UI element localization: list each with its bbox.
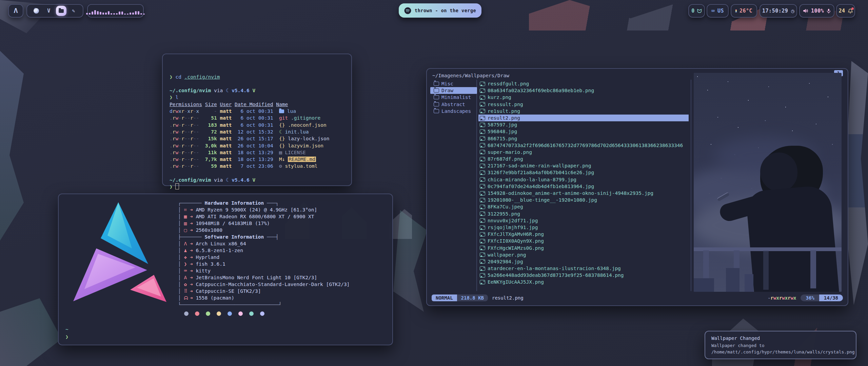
notifications-module[interactable]: 24: [836, 4, 855, 18]
viz-bar: [132, 13, 134, 15]
image-file-icon: [480, 239, 485, 243]
book-icon: ▤: [279, 150, 282, 155]
terminal-file-row[interactable]: .rw-r--r-- 183 matt 6 oct 00:31 {} .neoc…: [170, 122, 344, 128]
file-row[interactable]: 587597.jpg: [478, 121, 689, 128]
file-row[interactable]: 87r687df.png: [478, 156, 689, 162]
sidebar-item-misc[interactable]: Misc: [430, 80, 477, 87]
file-row[interactable]: 08a634fa02a32364f69ebc86a98eb1eb.png: [478, 87, 689, 94]
file-row[interactable]: 20492984.jpg: [478, 258, 689, 265]
file-row[interactable]: 154928-odinokoe_anime-art-anime-okno-sin…: [478, 190, 689, 197]
terminal-blank-line: [170, 80, 344, 87]
file-row[interactable]: kurz.png: [478, 94, 689, 101]
markdown-icon: M↓: [279, 157, 285, 162]
audio-module[interactable]: 100%: [799, 4, 834, 18]
file-row[interactable]: 8FKa7Cu.jpeg: [478, 203, 689, 210]
viz-bar: [119, 12, 121, 15]
terminal-file-row[interactable]: .rw-r--r-- 11k matt 18 oct 13:29 ▤ LICEN…: [170, 149, 344, 156]
image-file-icon: [480, 157, 485, 161]
file-row[interactable]: 3126f7e9bbf21a8a4af0b67b041c6e26.jpg: [478, 169, 689, 176]
terminal-file-row[interactable]: .rw-r--r-- 51 matt 6 oct 00:31 git .giti…: [170, 115, 344, 121]
workspace-vim[interactable]: V: [44, 6, 54, 16]
file-name: atardecer-en-la-montanas-ilustracion-634…: [488, 265, 621, 272]
file-row[interactable]: 866715.png: [478, 135, 689, 142]
file-row[interactable]: super-mario.png: [478, 149, 689, 156]
sidebar-item-abstract[interactable]: Abstract: [430, 101, 477, 108]
file-row[interactable]: chica-mirando-la-luna-8799.jpg: [478, 176, 689, 183]
kernel-icon: ♟: [184, 247, 190, 254]
viz-bar: [113, 13, 115, 15]
file-row[interactable]: 68747470733a2f2f696d616765732d7769786d70…: [478, 142, 689, 149]
workspace-brush[interactable]: ✎: [68, 6, 79, 16]
statusbar-filename: result2.png: [492, 295, 524, 301]
github-module[interactable]: 0 ᗢ: [688, 4, 705, 18]
sidebar-item-minimalist[interactable]: Minimalist: [430, 94, 477, 101]
terminal-file-row[interactable]: .rw-r--r-- 72 matt 12 oct 15:32 ☾ init.l…: [170, 128, 344, 135]
bell-icon: [848, 8, 853, 14]
workspace-firefox[interactable]: [31, 6, 42, 16]
file-name: 587597.jpg: [488, 121, 517, 128]
file-name: 0c794faf07de24a4db4d4fb1eb813964.jpg: [488, 183, 594, 190]
scroll-percent-badge: 36%: [801, 294, 819, 301]
file-row[interactable]: 5a266e448add93deab367d87173e9f25-6837886…: [478, 272, 689, 279]
terminal-window[interactable]: ❯ cd .config/nvim~/.config/nvim via ☾ v5…: [162, 54, 352, 186]
weather-module[interactable]: 26°C: [731, 4, 757, 18]
git-icon: git: [279, 115, 288, 121]
fetch-window[interactable]: ┌─────── Hardware Information ───┐│ ⌗➜ A…: [58, 194, 393, 345]
terminal-file-row[interactable]: .rw-r--r-- 59 matt 7 oct 23:06 ⚙ stylua.…: [170, 163, 344, 169]
sidebar-item-draw[interactable]: Draw: [430, 87, 477, 94]
viz-bar: [86, 13, 88, 15]
viz-bar: [124, 14, 126, 15]
notification-title: Wallpaper Changed: [711, 336, 850, 341]
file-row[interactable]: re1sult.png: [478, 108, 689, 115]
image-file-icon: [480, 280, 485, 284]
file-row[interactable]: 19201080-__blue-tinge__-1920×1080.jpg: [478, 197, 689, 203]
file-row[interactable]: wallpaper.png: [478, 251, 689, 258]
file-row[interactable]: resssult.png: [478, 101, 689, 108]
file-row[interactable]: 217167-sad-anime-rain-wallpaper.png: [478, 162, 689, 169]
sidebar-item-landscapes[interactable]: Landscapes: [430, 108, 477, 115]
folder-icon: [279, 109, 284, 113]
folder-icon: [59, 9, 64, 13]
now-playing-pill[interactable]: thrown - on the verge: [399, 3, 481, 18]
file-name: super-mario.png: [488, 149, 532, 156]
keyboard-layout-module[interactable]: ⌨ US: [707, 4, 729, 18]
railing-post: [763, 250, 769, 290]
terminal-file-row[interactable]: .rw-r--r-- 7,7k matt 18 oct 13:29 M↓ REA…: [170, 156, 344, 163]
fetch-shell-prompt: ~ ❯: [65, 326, 68, 341]
image-file-icon: [480, 170, 485, 175]
file-name: 68747470733a2f2f696d616765732d7769786d70…: [488, 142, 683, 149]
launcher-button[interactable]: Λ: [8, 4, 23, 18]
folder-open-icon: [434, 88, 439, 93]
file-row[interactable]: 3122955.png: [478, 210, 689, 217]
viz-bar: [108, 11, 110, 15]
file-row[interactable]: FXfcJlTXgAMvH6R.png: [478, 231, 689, 238]
file-row[interactable]: ressdfgult.png: [478, 80, 689, 87]
file-row[interactable]: nnvuv0xj2df71.jpg: [478, 217, 689, 224]
file-row[interactable]: rsjqojlmjhf91.jpg: [478, 224, 689, 231]
sidebar-item-label: Minimalist: [441, 94, 471, 101]
building: [726, 268, 739, 292]
file-name: 87r687df.png: [488, 156, 523, 162]
file-row[interactable]: 596848.jpg: [478, 128, 689, 135]
workspace-folder[interactable]: [56, 6, 66, 16]
notification-popup[interactable]: Wallpaper Changed Wallpaper changed to /…: [705, 331, 856, 359]
file-row[interactable]: atardecer-en-la-montanas-ilustracion-634…: [478, 265, 689, 272]
terminal-list-command-line: ❯ l: [170, 94, 344, 101]
keyboard-icon: ⌨: [711, 7, 715, 14]
file-row[interactable]: EeNKYgIUcAAJ5JX.png: [478, 279, 689, 285]
file-row[interactable]: FXfcHgcWIAMzs0G.png: [478, 245, 689, 251]
mode-badge: NORMAL: [432, 294, 457, 301]
file-row[interactable]: FXfcII0X0AQyn9X.png: [478, 238, 689, 244]
file-row[interactable]: 0c794faf07de24a4db4d4fb1eb813964.jpg: [478, 183, 689, 190]
file-name: 20492984.jpg: [488, 258, 523, 265]
image-file-icon: [480, 273, 485, 278]
file-manager-window[interactable]: ~/Imagenes/Wallpapers/Draw 1 MiscDrawMin…: [426, 68, 848, 306]
sidebar-item-label: Misc: [441, 80, 453, 87]
clock-module[interactable]: 17:50:29 ◷: [760, 4, 797, 18]
cpu-icon: ⌗: [184, 206, 190, 213]
terminal-file-row[interactable]: .rw-r--r-- 15k matt 26 oct 15:17 {} lazy…: [170, 135, 344, 142]
filesize-badge: 218.8 KB: [457, 294, 488, 301]
terminal-file-row[interactable]: drwxr-xr-x - matt 6 oct 00:31 lua: [170, 108, 344, 115]
terminal-file-row[interactable]: .rw-r--r-- 3,0k matt 26 oct 10:04 {} laz…: [170, 142, 344, 149]
file-row[interactable]: result2.png: [478, 115, 689, 121]
